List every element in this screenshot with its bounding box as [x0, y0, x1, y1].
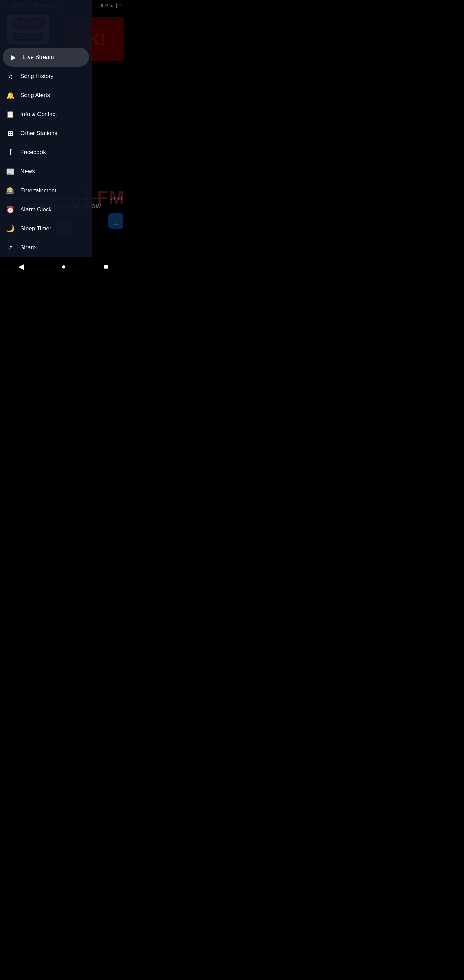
alarm-icon: ⏰ — [5, 205, 15, 215]
menu-item-share[interactable]: ↗ Share — [0, 238, 92, 257]
entertainment-label: Entertainment — [21, 187, 56, 194]
song-history-label: Song History — [21, 73, 53, 80]
live-stream-label: Live Stream — [23, 54, 54, 60]
news-label: News — [21, 168, 35, 175]
music-icon: ♫ — [5, 72, 15, 81]
bottom-navigation: ◀ ● ■ — [0, 257, 127, 276]
entertainment-icon: 🎰 — [5, 186, 15, 195]
menu-item-entertainment[interactable]: 🎰 Entertainment — [0, 181, 92, 200]
menu-item-sleep-timer[interactable]: 🌙 Sleep Timer — [0, 219, 92, 238]
menu-item-facebook[interactable]: f Facebook — [0, 143, 92, 162]
facebook-label: Facebook — [21, 149, 46, 156]
facebook-icon: f — [5, 148, 15, 157]
menu-item-other-stations[interactable]: ⊞ Other Stations — [0, 124, 92, 143]
share-label: Share — [21, 244, 36, 251]
other-stations-label: Other Stations — [21, 130, 57, 137]
play-icon: ▶ — [8, 52, 18, 62]
navigation-drawer: ▶ Live Stream ♫ Song History 🔔 Song Aler… — [0, 0, 92, 276]
drawer-scrim[interactable] — [92, 0, 127, 276]
menu-list: ▶ Live Stream ♫ Song History 🔔 Song Aler… — [0, 48, 92, 276]
info-icon: 📋 — [5, 110, 15, 119]
menu-item-live-stream[interactable]: ▶ Live Stream — [3, 48, 89, 67]
back-button[interactable]: ◀ — [14, 260, 28, 274]
sleep-timer-label: Sleep Timer — [21, 225, 51, 232]
menu-item-song-alerts[interactable]: 🔔 Song Alerts — [0, 86, 92, 105]
menu-item-news[interactable]: 📰 News — [0, 162, 92, 181]
drawer-header — [0, 0, 92, 48]
song-alerts-label: Song Alerts — [21, 92, 50, 99]
bell-icon: 🔔 — [5, 91, 15, 100]
home-icon: ● — [62, 262, 66, 271]
alarm-clock-label: Alarm Clock — [21, 206, 52, 213]
grid-icon: ⊞ — [5, 129, 15, 138]
menu-item-info-contact[interactable]: 📋 Info & Contact — [0, 105, 92, 124]
moon-icon: 🌙 — [5, 224, 15, 234]
recents-button[interactable]: ■ — [100, 260, 113, 274]
recents-icon: ■ — [104, 262, 108, 271]
back-icon: ◀ — [18, 262, 24, 271]
share-icon: ↗ — [5, 243, 15, 253]
menu-item-alarm-clock[interactable]: ⏰ Alarm Clock — [0, 200, 92, 219]
home-button[interactable]: ● — [57, 260, 71, 274]
info-contact-label: Info & Contact — [21, 111, 57, 118]
menu-item-song-history[interactable]: ♫ Song History — [0, 67, 92, 86]
news-icon: 📰 — [5, 167, 15, 176]
